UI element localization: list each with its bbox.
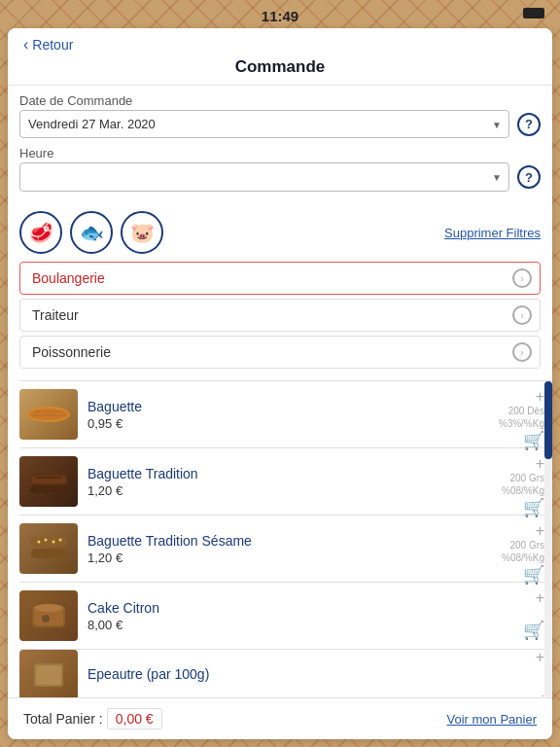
svg-rect-8 (30, 537, 67, 547)
product-plus-icon[interactable]: + (536, 650, 544, 665)
product-info: Epeautre (par 100g) (88, 666, 528, 684)
product-item[interactable]: Epeautre (par 100g) + - (19, 650, 552, 697)
product-right: + 200 Grs %08/%Kg 🛒 (502, 523, 544, 574)
view-cart-button[interactable]: Voir mon Panier (447, 712, 538, 727)
category-arrow-icon: › (512, 268, 532, 288)
svg-point-10 (38, 541, 41, 544)
fish-icon: 🐟 (80, 221, 104, 244)
product-name: Epeautre (par 100g) (88, 666, 528, 682)
fish-filter-button[interactable]: 🐟 (70, 211, 113, 254)
category-item-traiteur[interactable]: Traiteur › (19, 299, 541, 332)
product-meta: 200 Grs (502, 472, 544, 484)
cart-icon[interactable]: 🛒 (523, 620, 544, 641)
pig-filter-button[interactable]: 🐷 (121, 211, 163, 254)
date-row: Vendredi 27 Mar. 2020 ? (19, 110, 541, 138)
product-name: Baguette Tradition Sésame (88, 533, 494, 549)
product-right: + 🛒 (523, 590, 544, 641)
product-price: 1,20 € (88, 551, 494, 565)
category-item-boulangerie[interactable]: Boulangerie › (19, 262, 541, 295)
meat-filter-button[interactable]: 🥩 (19, 211, 62, 254)
back-button[interactable]: ‹ Retour (23, 36, 537, 53)
page-title: Commande (23, 57, 537, 77)
product-item[interactable]: Baguette Tradition 1,20 € + 200 Grs %08/… (19, 448, 552, 516)
pig-icon: 🐷 (130, 221, 155, 244)
date-select[interactable]: Vendredi 27 Mar. 2020 (19, 110, 509, 138)
time-label: Heure (19, 146, 541, 160)
filter-icons: 🥩 🐟 🐷 (19, 211, 444, 254)
svg-point-16 (34, 604, 63, 612)
product-image (19, 456, 78, 507)
battery-icon (523, 8, 544, 18)
date-select-wrapper: Vendredi 27 Mar. 2020 (19, 110, 509, 138)
svg-rect-19 (36, 665, 61, 685)
product-meta: 200 Grs (502, 539, 544, 551)
total-value: 0,00 € (107, 708, 162, 729)
scrollbar-thumb[interactable] (544, 381, 552, 459)
category-item-poissonnerie[interactable]: Poissonnerie › (19, 336, 541, 369)
category-label: Traiteur (32, 307, 79, 323)
total-section: Total Panier : 0,00 € (23, 708, 162, 729)
product-price: 8,00 € (88, 618, 515, 632)
product-right: + 200 Grs %08/%Kg 🛒 (502, 456, 544, 507)
product-image (19, 389, 78, 440)
product-name: Cake Citron (88, 600, 515, 616)
clear-filters-button[interactable]: Supprimer Filtres (444, 226, 541, 240)
product-plus-icon[interactable]: + (536, 456, 544, 472)
date-help-button[interactable]: ? (517, 113, 541, 136)
product-image (19, 523, 78, 574)
product-plus-icon[interactable]: + (536, 523, 544, 539)
time-select[interactable] (19, 162, 509, 192)
product-meta2: %08/%Kg (502, 484, 544, 497)
svg-rect-7 (30, 485, 67, 493)
category-label: Poissonnerie (32, 344, 111, 360)
scrollbar-track[interactable] (544, 381, 552, 697)
total-label: Total Panier : (23, 711, 103, 727)
filter-section: 🥩 🐟 🐷 Supprimer Filtres (8, 207, 552, 262)
product-meta2: %08/%Kg (502, 551, 544, 564)
svg-rect-9 (31, 549, 66, 558)
header: ‹ Retour Commande (8, 28, 552, 86)
back-chevron-icon: ‹ (23, 36, 28, 53)
form-section: Date de Commande Vendredi 27 Mar. 2020 ?… (8, 86, 552, 207)
svg-rect-5 (31, 476, 66, 483)
product-meta2: %3%/%Kg (499, 417, 544, 430)
content-area: ‹ Retour Commande Date de Commande Vendr… (8, 28, 552, 739)
cart-icon[interactable]: 🛒 (523, 497, 544, 518)
product-plus-icon[interactable]: + (536, 389, 544, 405)
product-price: 1,20 € (88, 483, 494, 498)
cart-icon[interactable]: 🛒 (523, 564, 544, 586)
products-section: Baguette 0,95 € + 200 Dès %3%/%Kg 🛒 (19, 380, 552, 697)
footer: Total Panier : 0,00 € Voir mon Panier (8, 697, 552, 739)
product-item[interactable]: Baguette Tradition Sésame 1,20 € + 200 G… (19, 516, 552, 583)
product-name: Baguette Tradition (88, 466, 494, 481)
category-arrow-icon: › (512, 305, 532, 325)
date-label: Date de Commande (19, 93, 541, 108)
svg-point-11 (45, 539, 48, 542)
product-image (19, 590, 78, 641)
category-arrow-icon: › (512, 342, 532, 362)
product-right: + - (536, 650, 544, 698)
svg-point-1 (29, 409, 68, 420)
product-meta: 200 Dès (499, 405, 544, 417)
category-label: Boulangerie (32, 270, 105, 286)
cart-icon[interactable]: 🛒 (523, 430, 544, 451)
product-image (19, 650, 78, 698)
product-info: Baguette 0,95 € (88, 399, 491, 431)
product-info: Baguette Tradition 1,20 € (88, 466, 494, 498)
product-plus-icon[interactable]: + (536, 590, 544, 606)
product-item[interactable]: Baguette 0,95 € + 200 Dès %3%/%Kg 🛒 (19, 381, 552, 448)
category-section: Boulangerie › Traiteur › Poissonnerie › (8, 262, 552, 376)
status-time: 11:49 (262, 8, 298, 24)
svg-point-12 (52, 541, 55, 544)
time-row: ? (19, 162, 541, 192)
svg-point-13 (59, 539, 62, 542)
back-label: Retour (32, 37, 73, 53)
meat-icon: 🥩 (29, 221, 53, 244)
product-name: Baguette (88, 399, 491, 414)
product-right: + 200 Dès %3%/%Kg 🛒 (499, 389, 544, 440)
time-select-wrapper (19, 162, 509, 192)
product-item[interactable]: Cake Citron 8,00 € + 🛒 (19, 583, 552, 650)
time-help-button[interactable]: ? (517, 165, 541, 189)
product-price: 0,95 € (88, 416, 491, 431)
product-info: Cake Citron 8,00 € (88, 600, 515, 632)
